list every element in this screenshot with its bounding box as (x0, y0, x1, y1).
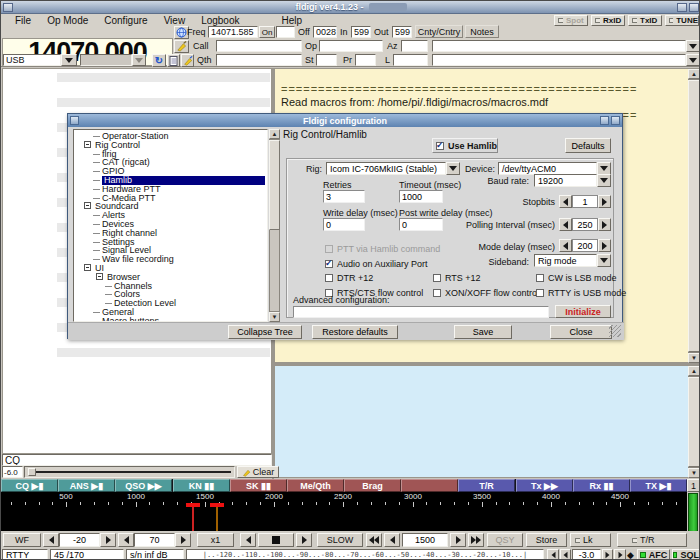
stopbits-decrement[interactable] (559, 195, 572, 208)
rst-in-field[interactable]: 599 (351, 26, 371, 38)
browser-row[interactable] (57, 98, 270, 107)
polling-interval-counter[interactable]: 250 (559, 218, 611, 231)
wf-speed-button[interactable]: SLOW (317, 533, 363, 547)
menu-configure[interactable]: Configure (96, 14, 155, 26)
op-field[interactable] (319, 40, 383, 52)
sync-button[interactable]: ↻ (152, 54, 166, 67)
macro-button[interactable]: T/R (458, 479, 515, 492)
browser-decoded-line[interactable]: CQ (2, 454, 272, 466)
tx-scroll-down[interactable]: ▼ (688, 468, 700, 478)
tree-item[interactable]: Browser (74, 273, 267, 282)
browser-clear-button[interactable]: Clear (237, 466, 279, 478)
clear-log-fields-button[interactable] (174, 40, 189, 53)
mode-field[interactable]: USB (3, 54, 61, 66)
store-button[interactable]: Store (526, 533, 567, 547)
macro-button[interactable]: SK ▮▮ (230, 479, 287, 492)
macro-set-button[interactable]: 1 (687, 479, 700, 492)
stopbits-increment[interactable] (598, 195, 611, 208)
loc-field[interactable] (393, 54, 428, 66)
tree-scrollbar[interactable] (269, 139, 280, 312)
lower-signal-increment[interactable] (100, 533, 116, 547)
mode-delay-increment[interactable] (598, 239, 611, 252)
advanced-config-field[interactable] (293, 306, 549, 318)
sideband-dropdown-button[interactable] (597, 254, 611, 267)
search-dropdown-button[interactable] (686, 54, 700, 66)
option-checkbox-xon-xoff-flow-control[interactable]: XON/XOFF flow control (433, 287, 539, 298)
macro-button[interactable]: Rx ▮▮ (573, 479, 630, 492)
logbook-button[interactable] (167, 54, 180, 67)
config-tree[interactable]: Operator-StationRig ControlflrigCAT (rig… (73, 129, 268, 322)
tree-item[interactable]: GPIO (74, 167, 267, 176)
log-freq-field[interactable]: 14071.585 (208, 26, 258, 38)
menu-file[interactable]: File (7, 14, 39, 26)
time-on-button[interactable]: On (259, 26, 275, 38)
squelch-down-button[interactable] (560, 549, 571, 560)
macro-button[interactable]: TX ▶▮ (630, 479, 687, 492)
polling-value[interactable]: 250 (572, 218, 598, 231)
mode-delay-value[interactable]: 200 (572, 239, 598, 252)
option-checkbox-cw-is-lsb-mode[interactable]: CW is LSB mode (536, 272, 617, 283)
polling-increment[interactable] (598, 218, 611, 231)
rx-scroll-down[interactable]: ▼ (688, 353, 700, 363)
menu-op-mode[interactable]: Op Mode (39, 14, 96, 26)
macro-button[interactable]: QSO ▶▶ (115, 479, 172, 492)
initialize-button[interactable]: Initialize (555, 305, 611, 318)
tree-expand-box[interactable] (84, 141, 91, 148)
rx-scrollbar[interactable] (688, 79, 700, 353)
mode-status[interactable]: RTTY (2, 549, 48, 560)
wf-shift-left-button[interactable] (240, 533, 256, 547)
time-off-field[interactable]: 0028 (313, 26, 337, 38)
freq-coarse-down-button[interactable] (366, 533, 382, 547)
use-hamlib-checkbox[interactable]: Use Hamlib (432, 138, 498, 153)
option-checkbox-rtty-is-usb-mode[interactable]: RTTY is USB mode (536, 287, 626, 298)
collapse-tree-button[interactable]: Collapse Tree (228, 325, 302, 339)
call-field[interactable] (216, 40, 302, 52)
defaults-button[interactable]: Defaults (565, 138, 611, 153)
macro-button[interactable] (401, 479, 458, 492)
sql-toggle[interactable]: SQL (672, 549, 700, 560)
rx-scroll-up[interactable]: ▲ (688, 69, 700, 79)
tr-toggle[interactable]: T/R (617, 533, 687, 547)
window-titlebar[interactable]: fldigi ver4.1.23 - (1, 1, 700, 14)
tree-scroll-down[interactable]: ▼ (269, 312, 280, 322)
freq-down-button[interactable] (384, 533, 400, 547)
squelch-up-button[interactable] (602, 549, 613, 560)
macro-button[interactable]: ANS ▶▮ (58, 479, 115, 492)
audio-carrier-value[interactable]: 1500 (402, 533, 448, 547)
az-field[interactable] (401, 40, 428, 52)
close-button[interactable]: Close (550, 325, 612, 339)
wf-center-button[interactable] (258, 533, 294, 547)
rxid-toggle[interactable]: RxID (591, 15, 625, 26)
country-combo[interactable] (432, 40, 700, 52)
waterfall[interactable]: 50010001500200025003000350040004500 (1, 492, 687, 531)
baud-rate-combo[interactable]: 19200 (534, 174, 611, 187)
baud-dropdown-button[interactable] (597, 174, 611, 187)
rst-out-field[interactable]: 599 (392, 26, 412, 38)
squelch-max-button[interactable] (614, 549, 626, 560)
browser-row[interactable] (57, 348, 270, 357)
timeout-field[interactable]: 1000 (399, 190, 443, 203)
stopbits-value[interactable]: 1 (572, 195, 598, 208)
country-dropdown-button[interactable] (686, 40, 700, 52)
macro-button[interactable]: KN ▮▮ (173, 479, 230, 492)
dialog-menu-button[interactable] (70, 116, 79, 125)
stopbits-counter[interactable]: 1 (559, 195, 611, 208)
mode-delay-decrement[interactable] (559, 239, 572, 252)
txid-toggle[interactable]: TxID (628, 15, 662, 26)
tx-scrollbar[interactable] (688, 376, 700, 468)
polling-decrement[interactable] (559, 218, 572, 231)
tree-expand-box[interactable] (84, 264, 91, 271)
dialog-iconize-button[interactable] (600, 116, 609, 125)
macro-button[interactable]: CQ ▶▮ (1, 479, 58, 492)
save-button[interactable]: Save (454, 325, 512, 339)
tx-scroll-up[interactable]: ▲ (688, 366, 700, 376)
upper-signal-decrement[interactable] (118, 533, 134, 547)
squelch-value[interactable]: -3.0 (572, 549, 601, 560)
tune-toggle[interactable]: TUNE (665, 15, 699, 26)
tx-text-pane[interactable] (274, 365, 700, 478)
rig-dropdown-button[interactable] (446, 162, 460, 175)
slider-handle[interactable] (28, 468, 36, 476)
wf-shift-right-button[interactable] (296, 533, 312, 547)
dialog-close-button[interactable] (611, 116, 620, 125)
macro-button[interactable]: Me/Qth (287, 479, 344, 492)
